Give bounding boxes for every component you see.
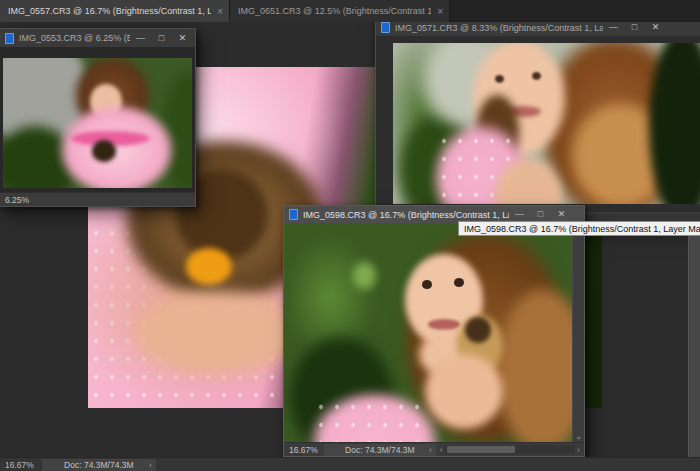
scroll-track[interactable] (445, 445, 575, 454)
photo-img0598[interactable] (284, 223, 572, 442)
window-titlebar-img0553[interactable]: IMG_0553.CR3 @ 6.25% (Brightnes... — □ ✕ (0, 29, 195, 47)
doc-sizes-label: Doc: 74.3M/74.3M (345, 445, 414, 455)
close-button[interactable]: ✕ (645, 22, 666, 36)
document-file-icon (381, 22, 390, 33)
foliage-right-dark (649, 43, 700, 204)
canvas-pasteboard: IMG_0571.CR3 @ 8.33% (Brightness/Contras… (0, 22, 700, 471)
fingers-shape (134, 292, 298, 374)
window-title: IMG_0598.CR3 @ 16.7% (Brightness/Contras… (303, 210, 509, 220)
scroll-down-icon[interactable]: ⌄ (573, 432, 584, 441)
doc-sizes-label: Doc: 74.3M/74.3M (64, 460, 133, 470)
hands-shape (425, 354, 503, 428)
tab-label: IMG_0651.CR3 @ 12.5% (Brightness/Contras… (238, 6, 431, 16)
close-button[interactable]: ✕ (172, 29, 193, 47)
scroll-left-icon[interactable]: ‹ (438, 445, 445, 455)
doc-popup-arrow-icon[interactable]: › (429, 445, 432, 455)
zoom-level-field[interactable]: 16.67% (284, 445, 323, 455)
eye-left (495, 75, 504, 83)
bokeh-highlight (353, 262, 376, 288)
window-title: IMG_0571.CR3 @ 8.33% (Brightness/Contras… (395, 23, 603, 33)
horizontal-scrollbar[interactable]: ‹ › (438, 445, 582, 455)
doc-sizes-box[interactable]: Doc: 74.3M/74.3M › (42, 459, 156, 471)
document-file-icon (289, 209, 298, 220)
eye-right (454, 278, 464, 287)
window-content-img0598[interactable]: ⌄ (284, 223, 584, 442)
offscreen-window-edge[interactable] (688, 226, 700, 457)
photo-img0571[interactable] (393, 43, 700, 204)
zoom-level-field[interactable]: 6.25% (0, 195, 34, 205)
eye-right (532, 72, 541, 80)
maximize-button[interactable]: □ (151, 29, 172, 47)
window-title: IMG_0553.CR3 @ 6.25% (Brightnes... (19, 33, 130, 43)
maximize-button[interactable]: □ (624, 22, 645, 36)
tab-close-icon[interactable]: × (217, 6, 223, 17)
window-content-img0571[interactable] (376, 36, 700, 210)
tab-img0557[interactable]: IMG_0557.CR3 @ 16.7% (Brightness/Contras… (0, 0, 230, 22)
window-statusbar-img0553: 6.25% (0, 192, 195, 206)
document-file-icon (5, 33, 14, 44)
photoshop-app-window: IMG_0557.CR3 @ 16.7% (Brightness/Contras… (0, 0, 700, 471)
tab-label: IMG_0557.CR3 @ 16.7% (Brightness/Contras… (8, 6, 211, 16)
window-img0571: IMG_0571.CR3 @ 8.33% (Brightness/Contras… (375, 22, 700, 226)
scroll-thumb[interactable] (447, 446, 515, 453)
app-status-bar: 16.67% Doc: 74.3M/74.3M › (0, 457, 700, 471)
window-img0598: IMG_0598.CR3 @ 16.7% (Brightness/Contras… (283, 205, 585, 457)
window-img0553: IMG_0553.CR3 @ 6.25% (Brightnes... — □ ✕ (0, 28, 196, 207)
doc-popup-arrow-icon[interactable]: › (149, 460, 152, 470)
chick-beak (186, 248, 232, 286)
window-content-img0553[interactable] (0, 47, 195, 192)
zoom-level-field[interactable]: 16.67% (0, 460, 39, 470)
minimize-button[interactable]: — (130, 29, 151, 47)
window-titlebar-img0571[interactable]: IMG_0571.CR3 @ 8.33% (Brightness/Contras… (376, 22, 700, 36)
tab-img0651[interactable]: IMG_0651.CR3 @ 12.5% (Brightness/Contras… (230, 0, 450, 22)
polka-dots (313, 398, 428, 442)
window-statusbar-img0598: 16.67% Doc: 74.3M/74.3M › ‹ › (284, 442, 584, 456)
tooltip-text: IMG_0598.CR3 @ 16.7% (Brightness/Contras… (464, 224, 700, 234)
eye-left (422, 280, 432, 289)
document-tab-bar: IMG_0557.CR3 @ 16.7% (Brightness/Contras… (0, 0, 700, 22)
scroll-right-icon[interactable]: › (575, 445, 582, 455)
minimize-button[interactable]: — (603, 22, 624, 36)
tab-close-icon[interactable]: × (437, 6, 443, 17)
doc-sizes-box[interactable]: Doc: 74.3M/74.3M › (324, 444, 436, 456)
vertical-scrollbar[interactable]: ⌄ (572, 223, 584, 442)
title-tooltip: IMG_0598.CR3 @ 16.7% (Brightness/Contras… (458, 221, 700, 236)
photo-img0553[interactable] (3, 58, 192, 188)
